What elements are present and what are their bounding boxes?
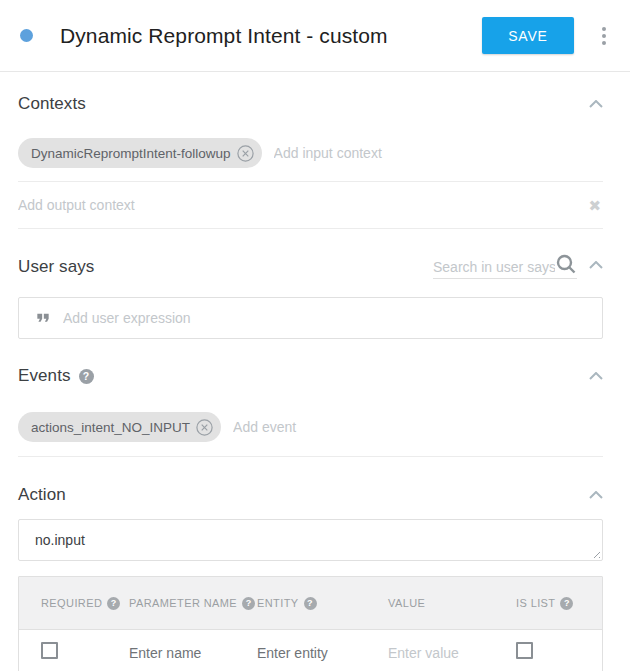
divider [18,228,603,229]
add-output-context-field[interactable] [18,197,588,213]
events-collapse-chevron-icon[interactable] [589,372,603,380]
page-title: Dynamic Reprompt Intent - custom [60,24,482,48]
event-chip: actions_intent_NO_INPUT [18,412,221,442]
user-says-heading: User says [18,253,94,277]
is-list-checkbox[interactable] [516,642,533,659]
add-user-expression-field[interactable] [63,310,588,326]
intent-form: Contexts DynamicRepromptIntent-followup … [0,94,630,671]
user-expression-box [18,297,603,339]
user-says-collapse-chevron-icon[interactable] [589,253,603,269]
parameters-table: REQUIRED ? PARAMETER NAME ? ENTITY ? VAL… [18,576,603,671]
action-name-field[interactable]: no.input [18,519,603,561]
parameter-name-field[interactable] [129,645,251,661]
action-collapse-chevron-icon[interactable] [589,491,603,499]
events-help-icon[interactable]: ? [79,369,94,384]
entity-field[interactable] [257,645,381,661]
required-checkbox[interactable] [41,642,58,659]
divider [18,456,603,457]
event-chip-label: actions_intent_NO_INPUT [31,420,190,435]
intent-editor: Dynamic Reprompt Intent - custom SAVE Co… [0,0,630,671]
save-button[interactable]: SAVE [482,17,574,54]
action-heading: Action [18,485,66,505]
action-section-header: Action [18,484,603,506]
output-contexts-row: ✖ [18,182,603,228]
is-list-help-icon[interactable]: ? [560,597,573,610]
intent-header: Dynamic Reprompt Intent - custom SAVE [0,0,630,72]
contexts-section-header: Contexts [18,94,603,114]
column-header-entity: ENTITY ? [257,597,388,610]
events-heading: Events [18,366,71,386]
column-header-is-list: IS LIST ? [516,597,580,610]
events-section-header: Events ? [18,365,603,387]
remove-context-icon[interactable] [237,145,254,162]
parameters-table-header: REQUIRED ? PARAMETER NAME ? ENTITY ? VAL… [19,577,602,630]
user-says-section-header: User says [18,253,603,287]
intent-status-dot [20,29,33,42]
search-icon[interactable] [555,253,577,275]
parameter-name-help-icon[interactable]: ? [242,597,255,610]
action-input-box: no.input [18,519,603,561]
column-header-parameter-name: PARAMETER NAME ? [129,597,257,610]
events-row: actions_intent_NO_INPUT [18,412,603,442]
input-context-chip-label: DynamicRepromptIntent-followup [31,146,231,161]
parameter-row [19,630,602,671]
add-input-context-field[interactable] [274,145,603,161]
input-contexts-row: DynamicRepromptIntent-followup [18,138,603,168]
value-field[interactable] [388,645,510,661]
more-options-icon[interactable] [596,23,612,49]
contexts-collapse-chevron-icon[interactable] [589,100,603,108]
column-header-value: VALUE [388,597,516,609]
column-header-required: REQUIRED ? [41,597,129,610]
input-context-chip: DynamicRepromptIntent-followup [18,138,262,168]
entity-help-icon[interactable]: ? [304,597,317,610]
remove-event-icon[interactable] [196,419,213,436]
required-help-icon[interactable]: ? [107,597,120,610]
add-event-field[interactable] [233,419,603,435]
user-says-search [433,253,577,279]
search-user-says-input[interactable] [433,259,555,275]
contexts-heading: Contexts [18,94,86,114]
quote-icon [33,308,53,328]
clear-output-context-icon[interactable]: ✖ [588,198,601,213]
